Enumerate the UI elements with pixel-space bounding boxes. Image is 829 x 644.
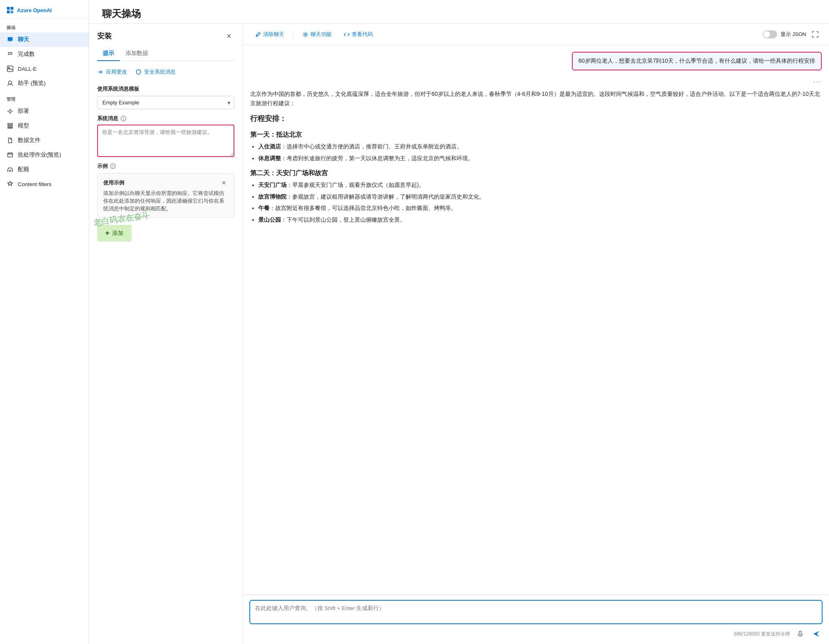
view-code-button[interactable]: 查看代码 (339, 28, 378, 40)
svg-point-19 (304, 34, 306, 36)
day2-list: 天安门广场：早晨参观天安门广场，观看升旗仪式（如愿意早起)。 故宫博物院：参观故… (250, 180, 822, 225)
svg-rect-15 (8, 127, 13, 128)
setup-tabs: 提示 添加数据 (97, 47, 234, 61)
svg-point-12 (9, 110, 11, 112)
page-title: 聊天操场 (102, 7, 816, 20)
setup-panel: 安装 ✕ 提示 添加数据 应用更改 安全系统消息 使用系统消息模板 (89, 24, 243, 644)
apply-changes-icon (97, 69, 104, 75)
assistant-icon (6, 80, 14, 87)
safe-system-msg-btn[interactable]: 安全系统消息 (135, 67, 176, 77)
svg-rect-14 (8, 125, 13, 127)
send-button[interactable] (810, 628, 823, 640)
list-item: 入住酒店：选择市中心或交通方便的酒店，推荐前门、王府井或东单附近的酒店。 (258, 142, 822, 152)
setup-sub-tabs: 应用更改 安全系统消息 (97, 67, 234, 77)
toolbar-divider-1 (293, 30, 293, 39)
sidebar: Azure OpenAI 操场 聊天 完成数 DALL·E 助手 (预览) 管理… (0, 0, 89, 644)
sidebar-item-content-filters[interactable]: Content filters (0, 177, 89, 191)
mic-icon (797, 631, 803, 637)
shield-icon (135, 69, 142, 75)
add-example-button[interactable]: + 添加 (97, 225, 132, 241)
example-card-title: 使用示例 (103, 179, 124, 186)
close-button[interactable]: ✕ (223, 30, 234, 42)
ai-response: ··· 北京作为中国的首都，历史悠久，文化底蕴深厚，适合全年旅游，但对于60岁以… (250, 75, 822, 228)
svg-point-8 (10, 54, 11, 55)
sidebar-item-models[interactable]: 模型 (0, 119, 89, 133)
example-card-text: 添加示例以向聊天显示你所需的响应。它将尝试模仿你在此处添加的任何响应，因此请确保… (103, 190, 228, 212)
token-info: 686/128000 要发送的令牌 (734, 631, 790, 638)
apply-changes-btn[interactable]: 应用更改 (97, 67, 127, 77)
setup-title: 安装 (97, 31, 112, 41)
system-msg-label: 系统消息 (97, 115, 234, 122)
info-icon (121, 116, 126, 121)
show-json-toggle: 显示 JSON (763, 30, 806, 38)
page-header: 聊天操场 (89, 0, 829, 24)
chat-icon (6, 36, 14, 43)
logo-icon (6, 6, 14, 14)
mic-button[interactable] (794, 628, 806, 640)
setup-header: 安装 ✕ (97, 24, 234, 47)
toggle-knob (763, 31, 770, 38)
chat-toolbar: 清除聊天 聊天功能 查看代码 显示 JSON (243, 24, 829, 45)
svg-rect-2 (7, 11, 10, 13)
gear-icon (302, 32, 308, 38)
deployment-icon (6, 108, 14, 115)
models-icon (6, 122, 14, 129)
chat-panel: 清除聊天 聊天功能 查看代码 显示 JSON (243, 24, 829, 644)
sidebar-section-manage: 管理 (0, 91, 89, 104)
svg-rect-20 (799, 631, 801, 634)
content-filters-icon (6, 180, 14, 188)
use-system-msg-label: 使用系统消息模板 (97, 85, 234, 93)
tab-prompt[interactable]: 提示 (97, 47, 120, 61)
list-item: 天安门广场：早晨参观天安门广场，观看升旗仪式（如愿意早起)。 (258, 180, 822, 190)
example-card: 使用示例 ✕ 添加示例以向聊天显示你所需的响应。它将尝试模仿你在此处添加的任何响… (97, 173, 234, 218)
plus-icon: + (105, 229, 110, 237)
svg-point-5 (10, 52, 11, 53)
ai-response-menu[interactable]: ··· (250, 75, 822, 88)
chat-input-area: 686/128000 要发送的令牌 (243, 595, 829, 644)
svg-point-4 (8, 52, 9, 53)
broom-icon (255, 32, 261, 38)
expand-icon (812, 31, 818, 38)
svg-rect-3 (11, 11, 13, 13)
sidebar-item-assistant[interactable]: 助手 (预览) (0, 76, 89, 91)
list-item: 景山公园：下午可以到景山公园，登上景山俯瞰故宫全景。 (258, 215, 822, 225)
chat-input[interactable] (249, 600, 823, 624)
system-msg-input[interactable] (97, 125, 234, 157)
json-toggle-switch[interactable] (763, 30, 777, 38)
tab-add-data[interactable]: 添加数据 (120, 47, 154, 61)
datafiles-icon (6, 137, 14, 144)
svg-point-6 (11, 52, 13, 53)
example-card-header: 使用示例 ✕ (103, 178, 228, 187)
sidebar-item-completions[interactable]: 完成数 (0, 47, 89, 61)
sidebar-item-datafiles[interactable]: 数据文件 (0, 133, 89, 148)
sidebar-section-playground: 操场 (0, 19, 89, 32)
example-card-close-btn[interactable]: ✕ (219, 178, 228, 187)
svg-rect-16 (8, 153, 13, 157)
svg-point-9 (11, 54, 13, 55)
day1-list: 入住酒店：选择市中心或交通方便的酒店，推荐前门、王府井或东单附近的酒店。 休息调… (250, 142, 822, 163)
svg-rect-13 (8, 123, 13, 125)
expand-button[interactable] (809, 28, 822, 41)
list-item: 故宫博物院：参观故宫，建议租用讲解器或请导游讲解，了解明清两代的皇家历史和文化。 (258, 192, 822, 202)
sidebar-item-deployment[interactable]: 部署 (0, 104, 89, 119)
chat-functions-button[interactable]: 聊天功能 (298, 28, 336, 40)
completions-icon (6, 51, 14, 58)
user-message: 60岁两位老人，想要去北京呆7到10天，什么季节合适，有什么建议，请给一些具体的… (572, 52, 822, 70)
examples-label: 示例 (97, 163, 234, 170)
template-dropdown-wrapper: Empty Example ▾ (97, 96, 234, 109)
send-icon (813, 630, 820, 638)
chat-input-footer: 686/128000 要发送的令牌 (249, 625, 823, 642)
sidebar-item-quota[interactable]: 配额 (0, 162, 89, 177)
app-logo: Azure OpenAI (0, 0, 89, 19)
dalle-icon (6, 65, 14, 72)
svg-rect-1 (11, 7, 13, 10)
code-icon (344, 32, 350, 38)
sidebar-item-dalle[interactable]: DALL·E (0, 61, 89, 76)
svg-rect-0 (7, 7, 10, 10)
sidebar-item-chat[interactable]: 聊天 (0, 32, 89, 47)
clear-chat-button[interactable]: 清除聊天 (250, 28, 289, 40)
sidebar-item-batch[interactable]: 批处理作业(预览) (0, 148, 89, 162)
chat-messages: 60岁两位老人，想要去北京呆7到10天，什么季节合适，有什么建议，请给一些具体的… (243, 45, 829, 595)
main-area: 聊天操场 安装 ✕ 提示 添加数据 应用更改 安全系统消息 (89, 0, 829, 644)
template-dropdown[interactable]: Empty Example (97, 96, 234, 109)
